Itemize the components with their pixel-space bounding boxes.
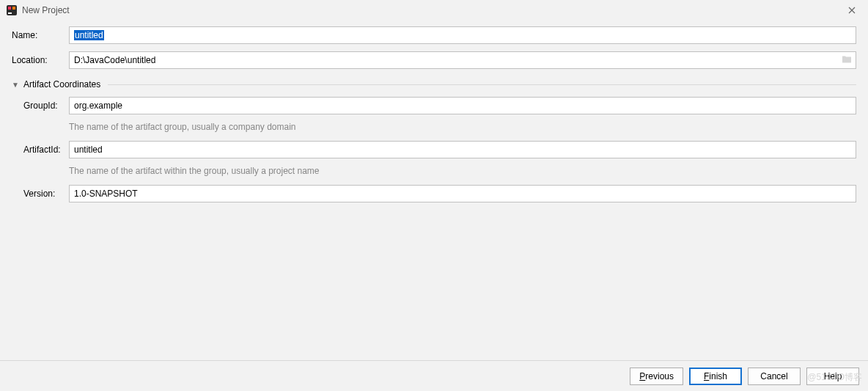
- section-title: Artifact Coordinates: [23, 79, 100, 89]
- artifactid-hint: The name of the artifact within the grou…: [69, 166, 856, 176]
- titlebar: New Project: [0, 0, 868, 21]
- divider: [108, 84, 856, 85]
- previous-rest: revious: [645, 371, 674, 381]
- button-bar: Previous Finish Cancel Help: [0, 360, 868, 391]
- version-input[interactable]: [69, 185, 856, 202]
- version-label: Version:: [23, 189, 69, 199]
- groupid-input[interactable]: [69, 97, 856, 114]
- svg-rect-1: [8, 7, 11, 10]
- collapse-icon: ▼: [12, 81, 19, 89]
- groupid-hint: The name of the artifact group, usually …: [69, 122, 856, 132]
- folder-icon[interactable]: [842, 55, 852, 66]
- groupid-label: GroupId:: [23, 101, 69, 111]
- artifact-coordinates-header[interactable]: ▼ Artifact Coordinates: [12, 79, 856, 89]
- cancel-button[interactable]: Cancel: [748, 368, 801, 385]
- close-icon[interactable]: [842, 0, 862, 21]
- name-value-selected: untitled: [74, 30, 104, 40]
- help-button[interactable]: Help: [806, 368, 859, 385]
- artifactid-input[interactable]: [69, 141, 856, 158]
- svg-rect-2: [12, 7, 15, 10]
- window-title: New Project: [22, 5, 70, 15]
- name-label: Name:: [12, 30, 69, 40]
- svg-rect-3: [8, 12, 12, 14]
- previous-button[interactable]: Previous: [630, 368, 683, 385]
- name-input[interactable]: untitled: [69, 26, 856, 44]
- app-icon: [6, 4, 18, 16]
- artifactid-label: ArtifactId:: [23, 145, 69, 155]
- finish-rest: inish: [709, 371, 727, 381]
- location-input[interactable]: [69, 51, 856, 69]
- finish-button[interactable]: Finish: [689, 368, 742, 385]
- location-label: Location:: [12, 55, 69, 65]
- dialog-content: Name: untitled Location: ▼ Artifact Coor…: [0, 21, 868, 202]
